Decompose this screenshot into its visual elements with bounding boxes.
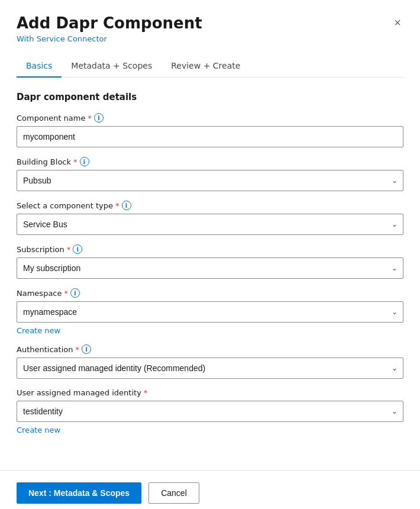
- form-content: Dapr component details Component name * …: [0, 78, 420, 458]
- subscription-group: Subscription * i My subscription ⌄: [17, 244, 403, 279]
- required-indicator: *: [67, 245, 71, 254]
- authentication-info-icon[interactable]: i: [82, 344, 91, 354]
- close-button[interactable]: ×: [392, 14, 403, 31]
- building-block-group: Building Block * i Pubsub State Bindings…: [17, 157, 403, 191]
- required-indicator: *: [88, 114, 92, 123]
- subscription-label: Subscription * i: [17, 244, 403, 254]
- required-indicator: *: [73, 157, 77, 166]
- namespace-select-wrapper: mynamespace ⌄: [17, 301, 403, 323]
- component-type-label: Select a component type * i: [17, 201, 403, 210]
- component-name-input[interactable]: [17, 126, 403, 147]
- tab-basics[interactable]: Basics: [17, 55, 62, 78]
- dialog-subtitle: With Service Connector: [17, 34, 403, 43]
- component-type-group: Select a component type * i Service Bus …: [17, 201, 403, 235]
- required-indicator: *: [64, 289, 69, 298]
- building-block-info-icon[interactable]: i: [80, 157, 89, 166]
- user-identity-label: User assigned managed identity *: [17, 388, 403, 397]
- component-type-select[interactable]: Service Bus RabbitMQ Kafka Redis: [17, 214, 403, 235]
- namespace-label: Namespace * i: [17, 288, 403, 298]
- tab-bar: Basics Metadata + Scopes Review + Create: [17, 55, 403, 78]
- authentication-group: Authentication * i User assigned managed…: [17, 344, 403, 379]
- component-type-select-wrapper: Service Bus RabbitMQ Kafka Redis ⌄: [17, 214, 403, 235]
- cancel-button[interactable]: Cancel: [148, 482, 199, 504]
- dialog-title: Add Dapr Component: [17, 14, 202, 32]
- next-button[interactable]: Next : Metadata & Scopes: [17, 482, 141, 504]
- section-title: Dapr component details: [17, 92, 403, 102]
- tab-metadata-scopes[interactable]: Metadata + Scopes: [62, 55, 161, 78]
- required-indicator: *: [115, 201, 119, 210]
- component-name-info-icon[interactable]: i: [94, 113, 104, 123]
- dialog-footer: Next : Metadata & Scopes Cancel: [0, 471, 420, 509]
- user-identity-select[interactable]: testidentity: [17, 401, 403, 422]
- namespace-group: Namespace * i mynamespace ⌄ Create new: [17, 288, 403, 335]
- required-indicator: *: [75, 345, 79, 354]
- namespace-select[interactable]: mynamespace: [17, 301, 403, 323]
- building-block-select[interactable]: Pubsub State Bindings Secrets: [17, 170, 403, 191]
- namespace-info-icon[interactable]: i: [70, 288, 80, 298]
- dialog-header: Add Dapr Component × With Service Connec…: [0, 0, 420, 78]
- building-block-select-wrapper: Pubsub State Bindings Secrets ⌄: [17, 170, 403, 191]
- authentication-select[interactable]: User assigned managed identity (Recommen…: [17, 357, 403, 379]
- component-type-info-icon[interactable]: i: [122, 201, 131, 210]
- add-dapr-component-dialog: Add Dapr Component × With Service Connec…: [0, 0, 420, 509]
- user-identity-group: User assigned managed identity * testide…: [17, 388, 403, 434]
- subscription-select[interactable]: My subscription: [17, 257, 403, 279]
- user-identity-create-new-link[interactable]: Create new: [17, 426, 60, 434]
- component-name-label: Component name * i: [17, 113, 403, 123]
- authentication-select-wrapper: User assigned managed identity (Recommen…: [17, 357, 403, 379]
- namespace-create-new-link[interactable]: Create new: [17, 326, 60, 335]
- subscription-select-wrapper: My subscription ⌄: [17, 257, 403, 279]
- tab-review-create[interactable]: Review + Create: [161, 55, 250, 78]
- required-indicator: *: [144, 388, 148, 397]
- user-identity-select-wrapper: testidentity ⌄: [17, 401, 403, 422]
- subscription-info-icon[interactable]: i: [73, 244, 82, 254]
- component-name-group: Component name * i: [17, 113, 403, 147]
- building-block-label: Building Block * i: [17, 157, 403, 166]
- authentication-label: Authentication * i: [17, 344, 403, 354]
